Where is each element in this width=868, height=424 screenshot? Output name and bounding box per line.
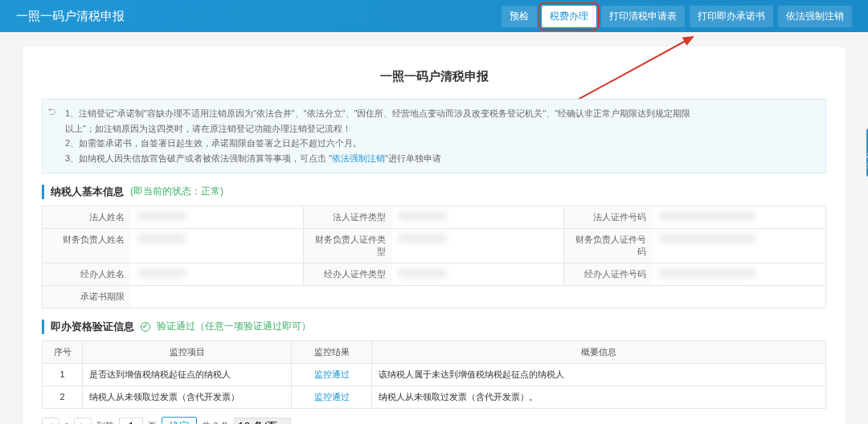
result-link[interactable]: 监控通过 [314, 369, 350, 379]
main-panel: 一照一码户清税申报 ⮌ 1、注销登记"承诺制"容缺办理不适用注销原因为"依法合并… [23, 47, 845, 424]
total-count: 共 2 条 [202, 420, 229, 424]
notice-l1b: 以上"；如注销原因为这四类时，请在原注销登记功能办理注销登记流程！ [65, 124, 351, 133]
t1-h2: 监控结果 [292, 340, 372, 363]
goto-page-input[interactable] [119, 418, 143, 424]
val-legal-name [137, 211, 186, 221]
notice-l1a: 1、注销登记"承诺制"容缺办理不适用注销原因为"依法合并"、"依法分立"、"因住… [65, 108, 690, 118]
pagesize-select[interactable]: 10 条/页 [234, 418, 291, 424]
nav-tax-handle[interactable]: 税费办理 [542, 6, 596, 27]
lbl-legal-idtype: 法人证件类型 [304, 206, 392, 228]
sec2-title: 即办资格验证信息 [51, 320, 134, 334]
lbl-legal-idno: 法人证件号码 [564, 206, 653, 228]
header-bar: 一照一码户清税申报 预检 税费办理 打印清税申请表 打印即办承诺书 依法强制注销 [0, 0, 868, 32]
sec2-status: 验证通过（任意一项验证通过即可） [157, 320, 311, 333]
page-label: 页 [148, 420, 157, 424]
goto-label: 到第 [96, 420, 114, 424]
val-fin-idtype [399, 234, 447, 243]
notice-l3a: 3、如纳税人因失信放宣告破产或者被依法强制清算等事项，可点击 [65, 153, 326, 163]
lbl-op-name: 经办人姓名 [43, 263, 131, 285]
goto-confirm-button[interactable]: 确定 [162, 417, 197, 424]
nav-force-cancel[interactable]: 依法强制注销 [778, 6, 852, 27]
lbl-fin-idtype: 财务负责人证件类型 [304, 229, 392, 263]
section-qualify: 即办资格验证信息 验证通过（任意一项验证通过即可） [42, 320, 826, 334]
app-title: 一照一码户清税申报 [16, 9, 125, 24]
val-op-name [137, 268, 186, 278]
notice-l3b: "进行单独申请 [385, 153, 441, 163]
sec1-title: 纳税人基本信息 [51, 185, 124, 199]
header-nav: 预检 税费办理 打印清税申请表 打印即办承诺书 依法强制注销 [502, 6, 852, 27]
next-page-button[interactable]: > [74, 418, 92, 424]
val-legal-idtype [399, 211, 447, 221]
lbl-fin-name: 财务负责人姓名 [43, 229, 131, 263]
sec1-status: (即当前的状态：正常) [130, 185, 223, 198]
lbl-promise-period: 承诺书期限 [43, 286, 131, 308]
pagination: < 1 > 到第 页 确定 共 2 条 10 条/页 [42, 409, 826, 424]
notice-link[interactable]: 依法强制注销 [332, 153, 385, 163]
lbl-fin-idno: 财务负责人证件号码 [564, 229, 653, 263]
val-op-idtype [399, 268, 447, 278]
t1-h1: 监控项目 [83, 340, 292, 363]
t1-h0: 序号 [43, 340, 83, 363]
basic-info-grid: 法人姓名 法人证件类型 法人证件号码 财务负责人姓名 财务负责人证件类型 财务负… [42, 206, 826, 308]
section-basic-info: 纳税人基本信息 (即当前的状态：正常) [42, 185, 826, 199]
nav-print-apply[interactable]: 打印清税申请表 [601, 6, 685, 27]
val-fin-name [137, 234, 186, 243]
lbl-op-idtype: 经办人证件类型 [304, 263, 392, 285]
val-legal-idno [659, 211, 755, 221]
notice-close-icon[interactable]: ⮌ [47, 104, 56, 120]
val-op-idno [659, 268, 755, 278]
lbl-legal-name: 法人姓名 [43, 206, 131, 228]
table-row: 1 是否达到增值税纳税起征点的纳税人 监控通过 该纳税人属于未达到增值税纳税起征… [43, 363, 826, 385]
page-title: 一照一码户清税申报 [42, 59, 826, 99]
prev-page-button[interactable]: < [42, 418, 59, 424]
check-icon [141, 322, 150, 332]
table-row: 2 纳税人从未领取过发票（含代开发票） 监控通过 纳税人从未领取过发票（含代开发… [43, 385, 826, 408]
lbl-op-idno: 经办人证件号码 [564, 263, 653, 285]
nav-print-promise[interactable]: 打印即办承诺书 [690, 6, 773, 27]
val-promise-period [131, 286, 825, 308]
notice-box: ⮌ 1、注销登记"承诺制"容缺办理不适用注销原因为"依法合并"、"依法分立"、"… [42, 99, 826, 173]
qualify-table: 序号 监控项目 监控结果 概要信息 1 是否达到增值税纳税起征点的纳税人 监控通… [42, 340, 826, 409]
notice-l2: 2、如需签承诺书，自签署日起生效，承诺期限自签署之日起不超过六个月。 [65, 138, 362, 148]
nav-precheck[interactable]: 预检 [502, 6, 537, 27]
t1-h3: 概要信息 [372, 340, 826, 363]
val-fin-idno [659, 234, 755, 243]
result-link[interactable]: 监控通过 [314, 392, 350, 402]
